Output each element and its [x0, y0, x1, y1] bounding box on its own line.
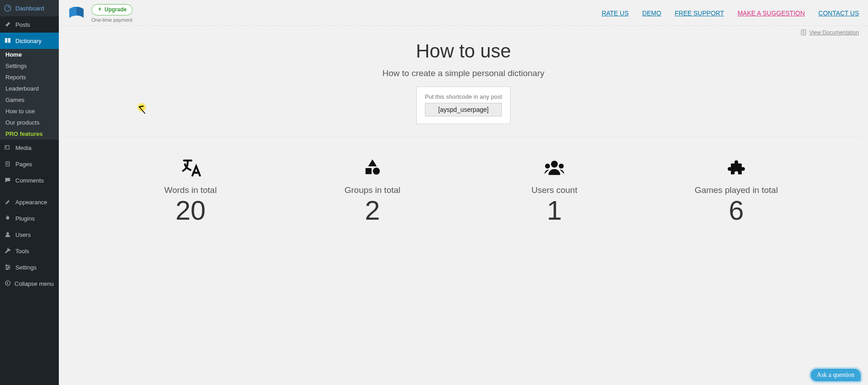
svg-point-9 [373, 168, 380, 174]
collapse-label: Collapse menu [14, 280, 54, 287]
document-icon [801, 29, 806, 35]
sidebar-sub-leaderboard[interactable]: Leaderboard [0, 83, 59, 94]
users-icon [472, 155, 636, 181]
wrench-icon [4, 247, 12, 255]
pin-icon [4, 20, 12, 29]
collapse-icon [5, 280, 11, 288]
shortcode-value[interactable]: [ayspd_userpage] [425, 103, 502, 116]
page-icon [4, 160, 12, 168]
sidebar-sub-reports[interactable]: Reports [0, 72, 59, 83]
puzzle-icon [654, 155, 818, 181]
brand-block: Upgrade One-time payment [67, 4, 133, 23]
collapse-menu[interactable]: Collapse menu [0, 275, 59, 292]
nav-contact[interactable]: CONTACT US [818, 10, 859, 17]
onetime-note: One-time payment [91, 17, 133, 23]
sidebar-item-users[interactable]: Users [0, 226, 59, 243]
sidebar-label: Settings [15, 264, 37, 271]
stat-words: Words in total 20 [109, 155, 272, 224]
sidebar-label: Comments [15, 177, 44, 184]
stat-label: Groups in total [291, 185, 454, 195]
sidebar-label: Pages [15, 161, 32, 168]
sidebar-item-dashboard[interactable]: Dashboard [0, 0, 59, 16]
stat-value: 6 [654, 197, 818, 224]
translate-icon [109, 155, 272, 181]
media-icon [4, 144, 12, 152]
sidebar-label: Media [15, 144, 31, 151]
sidebar-label: Appearance [15, 199, 47, 206]
book-icon [4, 37, 12, 45]
comment-icon [4, 176, 12, 184]
stat-users: Users count 1 [472, 155, 636, 224]
stat-label: Games played in total [654, 185, 818, 195]
dictionary-submenu: Home Settings Reports Leaderboard Games … [0, 49, 59, 140]
plug-icon [4, 214, 12, 222]
sidebar-item-media[interactable]: Media [0, 140, 59, 156]
ask-question-button[interactable]: Ask a question [811, 369, 861, 381]
sidebar-label: Plugins [15, 215, 35, 222]
page-title: How to use [75, 40, 852, 62]
wp-admin-sidebar: Dashboard Posts Dictionary Home Settings… [0, 0, 59, 385]
sidebar-item-plugins[interactable]: Plugins [0, 210, 59, 226]
stat-label: Users count [472, 185, 636, 195]
sidebar-item-pages[interactable]: Pages [0, 156, 59, 172]
sidebar-sub-games[interactable]: Games [0, 94, 59, 106]
sidebar-sub-home[interactable]: Home [0, 49, 59, 60]
sidebar-item-dictionary[interactable]: Dictionary [0, 33, 59, 49]
sidebar-label: Tools [15, 248, 29, 255]
sidebar-item-settings[interactable]: Settings [0, 259, 59, 275]
dashboard-icon [4, 4, 12, 12]
stat-value: 20 [109, 197, 272, 224]
svg-point-6 [6, 269, 8, 270]
nav-suggestion[interactable]: MAKE A SUGGESTION [738, 10, 805, 17]
sidebar-label: Posts [15, 21, 30, 28]
content-wrap: Upgrade One-time payment RATE US DEMO FR… [59, 0, 868, 385]
stats-row: Words in total 20 Groups in total 2 User… [59, 137, 868, 242]
hero-section: How to use How to create a simple person… [66, 36, 861, 137]
svg-rect-8 [366, 168, 372, 174]
nav-support[interactable]: FREE SUPPORT [675, 10, 724, 17]
svg-point-7 [5, 281, 10, 286]
user-icon [4, 231, 12, 239]
sidebar-sub-settings[interactable]: Settings [0, 60, 59, 72]
nav-demo[interactable]: DEMO [642, 10, 661, 17]
shortcode-label: Put this shortcode in any post [425, 93, 502, 100]
sidebar-sub-howto[interactable]: How to use [0, 106, 59, 117]
brush-icon [4, 198, 12, 206]
sidebar-item-posts[interactable]: Posts [0, 16, 59, 33]
stat-value: 1 [472, 197, 636, 224]
sidebar-sub-products[interactable]: Our products [0, 117, 59, 128]
svg-point-12 [559, 164, 564, 168]
stat-games: Games played in total 6 [654, 155, 818, 224]
svg-point-3 [6, 232, 9, 235]
svg-rect-1 [5, 145, 9, 149]
sidebar-item-comments[interactable]: Comments [0, 172, 59, 188]
sidebar-label: Users [15, 231, 31, 238]
shapes-icon [291, 155, 454, 181]
lightning-icon [97, 6, 103, 13]
doc-link-row: View Documentation [59, 26, 868, 36]
upgrade-button[interactable]: Upgrade [91, 4, 133, 15]
page-subtitle: How to create a simple personal dictiona… [75, 68, 852, 78]
sidebar-label: Dashboard [15, 5, 44, 12]
svg-point-4 [6, 265, 7, 266]
plugin-topbar: Upgrade One-time payment RATE US DEMO FR… [59, 0, 868, 26]
nav-rate-us[interactable]: RATE US [601, 10, 629, 17]
stat-groups: Groups in total 2 [291, 155, 454, 224]
top-nav-links: RATE US DEMO FREE SUPPORT MAKE A SUGGEST… [601, 10, 859, 17]
plugin-logo-icon [67, 4, 86, 23]
sliders-icon [4, 263, 12, 271]
svg-point-5 [8, 267, 10, 268]
sidebar-label: Dictionary [15, 38, 42, 44]
sidebar-item-tools[interactable]: Tools [0, 243, 59, 259]
view-documentation-link[interactable]: View Documentation [809, 29, 859, 36]
shortcode-box: Put this shortcode in any post [ayspd_us… [416, 87, 511, 124]
svg-point-10 [551, 161, 558, 168]
sidebar-item-appearance[interactable]: Appearance [0, 194, 59, 210]
svg-point-11 [545, 164, 550, 168]
stat-value: 2 [291, 197, 454, 224]
upgrade-label: Upgrade [105, 6, 127, 13]
stat-label: Words in total [109, 185, 272, 195]
sidebar-sub-pro[interactable]: PRO features [0, 128, 59, 140]
